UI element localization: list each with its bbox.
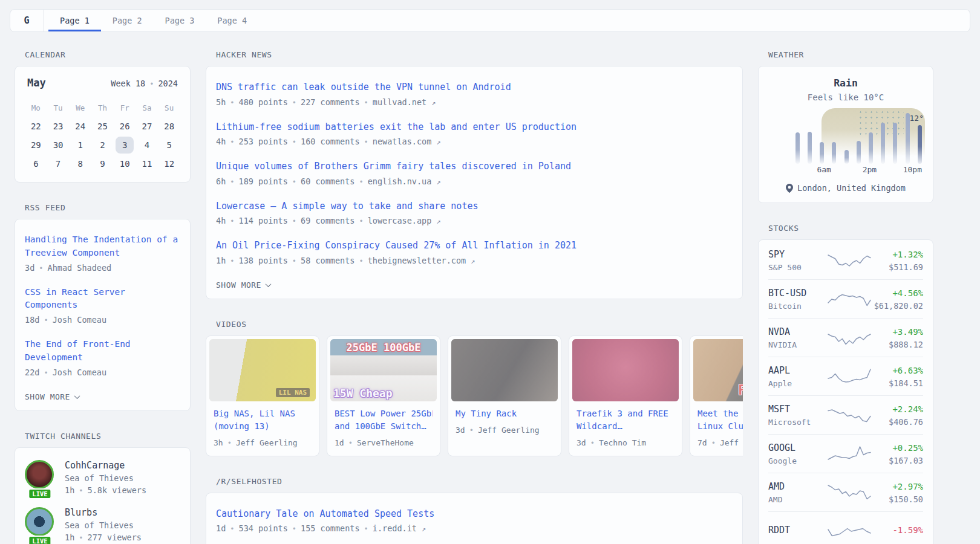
hn-item-title[interactable]: Lithium-free sodium batteries exit the l… [216, 120, 733, 134]
source-domain: lowercase.app [368, 216, 432, 225]
item-age: 3d [25, 263, 34, 273]
hn-item-title[interactable]: An Oil Price-Fixing Conspiracy Caused 27… [216, 239, 733, 253]
weather-bar [832, 142, 836, 164]
tab-page-4[interactable]: Page 4 [206, 10, 258, 31]
app-logo[interactable]: G [10, 10, 44, 31]
stock-name: Google [768, 456, 826, 465]
video-thumbnail[interactable]: LIL NAS [209, 339, 316, 401]
channel-name[interactable]: CohhCarnage [65, 460, 146, 471]
stock-change: +4.56% [874, 288, 923, 298]
weather-bar [820, 142, 824, 164]
thumbnail-text: 15W Cheap [333, 387, 393, 400]
dot-separator: • [292, 525, 296, 533]
tab-page-2[interactable]: Page 2 [101, 10, 154, 31]
stock-change: -1.59% [892, 525, 923, 535]
calendar-section-title: CALENDAR [25, 50, 191, 59]
rss-show-more-button[interactable]: SHOW MORE [25, 392, 79, 401]
comments-link[interactable]: 227 comments [301, 97, 360, 107]
video-title[interactable]: Traefik 3 and FREEWildcard… [577, 407, 675, 433]
calendar-day: 1 [71, 137, 90, 154]
comments-link[interactable]: 155 comments [301, 523, 360, 533]
hn-item-title[interactable]: DNS traffic can leak outside the VPN tun… [216, 80, 733, 94]
hn-item-title[interactable]: Unique volumes of Brothers Grimm fairy t… [216, 160, 733, 173]
video-thumbnail[interactable] [572, 339, 679, 401]
twitch-channel-row[interactable]: LIVE CohhCarnage Sea of Thieves 1h•5.8k … [25, 460, 180, 495]
channel-link[interactable]: Jeff Geerling [478, 426, 540, 435]
weather-location: London, United Kingdom [768, 183, 923, 193]
item-points: 480 points [239, 97, 288, 107]
dot-separator: • [79, 487, 83, 495]
source-link[interactable]: i.redd.it ↗ [373, 523, 426, 533]
title-line: BEST Low Power 25GbE [335, 407, 433, 420]
comments-link[interactable]: 60 comments [301, 176, 354, 186]
video-card[interactable]: My Tiny Rack 3d•Jeff Geerling [448, 335, 561, 456]
stock-row[interactable]: NVDANVIDIA +3.49%$888.12 [768, 318, 923, 357]
channel-link[interactable]: Jeff Geerling [236, 438, 298, 447]
video-title[interactable]: BEST Low Power 25GbEand 100GbE Switch… [335, 407, 433, 433]
twitch-channel-row[interactable]: LIVE Blurbs Sea of Thieves 1h•277 viewer… [25, 507, 180, 542]
video-title[interactable]: Meet theLinux Clu [697, 407, 743, 433]
calendar-day: 9 [93, 155, 111, 172]
stock-row[interactable]: SPYS&P 500 +1.32%$511.69 [768, 241, 923, 279]
stock-row[interactable]: RDDT -1.59% [768, 511, 923, 544]
stock-change: +3.49% [889, 327, 923, 337]
dot-separator: • [39, 264, 43, 273]
rss-item-title[interactable]: The End of Front-EndDevelopment [25, 338, 180, 364]
video-thumbnail[interactable]: 25GbE 100GbE15W Cheap [330, 339, 437, 401]
reddit-item-title[interactable]: Cautionary Tale on Automated Speed Tests [216, 507, 733, 521]
title-line: and 100GbE Switch… [335, 420, 433, 433]
weekday-label: We [69, 100, 91, 116]
dot-separator: • [230, 138, 234, 146]
tab-page-3[interactable]: Page 3 [154, 10, 206, 31]
dot-separator: • [292, 178, 296, 186]
stream-uptime: 1h [65, 485, 74, 495]
stock-row[interactable]: GOOGLGoogle +0.25%$167.03 [768, 434, 923, 473]
stock-price: $406.76 [889, 417, 923, 427]
stock-sparkline [826, 481, 872, 505]
item-age: 6h [216, 176, 226, 186]
hour-label: 2pm [863, 165, 877, 174]
comments-link[interactable]: 58 comments [301, 256, 354, 265]
channel-link[interactable]: Techno Tim [599, 438, 646, 447]
video-title[interactable]: Big NAS, Lil NAS(moving 13) [214, 407, 312, 433]
video-card[interactable]: Traefik 3 and FREEWildcard… 3d•Techno Ti… [569, 335, 682, 456]
source-link[interactable]: mullvad.net ↗ [373, 97, 436, 107]
item-points: 534 points [239, 523, 288, 533]
comments-link[interactable]: 160 comments [301, 137, 360, 146]
channel-name[interactable]: Blurbs [65, 507, 142, 518]
video-card[interactable]: 25GbE 100GbE15W Cheap BEST Low Power 25G… [327, 335, 440, 456]
video-thumbnail[interactable]: FA [693, 339, 743, 401]
comments-link[interactable]: 69 comments [301, 216, 354, 225]
weekday-label: Su [158, 100, 180, 116]
rss-item-meta: 3d•Ahmad Shadeed [25, 263, 180, 273]
stock-row[interactable]: AMDAMD +2.97%$150.50 [768, 473, 923, 511]
stock-name: AMD [768, 495, 826, 504]
stock-row[interactable]: MSFTMicrosoft +2.24%$406.76 [768, 395, 923, 434]
video-title[interactable]: My Tiny Rack [456, 407, 554, 420]
stock-row[interactable]: AAPLApple +6.63%$184.51 [768, 357, 923, 395]
item-author: Ahmad Shadeed [48, 263, 112, 273]
source-link[interactable]: newatlas.com ↗ [373, 137, 441, 146]
stocks-widget: STOCKS SPYS&P 500 +1.32%$511.69 BTC-USDB… [758, 224, 933, 544]
hn-item-title[interactable]: Lowercase – A simple way to take and sha… [216, 199, 733, 213]
source-link[interactable]: lowercase.app ↗ [368, 216, 441, 225]
channel-link[interactable]: Jeff Geerling [720, 438, 743, 447]
rss-item-title[interactable]: Handling The Indentation of aTreeview Co… [25, 233, 180, 260]
external-link-icon: ↗ [422, 525, 426, 533]
source-link[interactable]: english.nv.ua ↗ [368, 176, 441, 186]
source-link[interactable]: thebignewsletter.com ↗ [368, 256, 475, 265]
source-domain: newatlas.com [373, 137, 432, 146]
show-more-label: SHOW MORE [25, 392, 70, 401]
video-thumbnail[interactable] [451, 339, 558, 401]
hn-show-more-button[interactable]: SHOW MORE [216, 280, 270, 290]
external-link-icon: ↗ [436, 217, 440, 225]
hn-item: Lithium-free sodium batteries exit the l… [216, 120, 733, 147]
rss-item-title[interactable]: CSS in React Server Components [25, 286, 180, 312]
video-card[interactable]: FA Meet theLinux Clu 7d•Jeff Geerling [690, 335, 743, 456]
hn-item-meta: 5h•480 points•227 comments•mullvad.net ↗ [216, 97, 733, 107]
video-card[interactable]: LIL NAS Big NAS, Lil NAS(moving 13) 3h•J… [206, 335, 319, 456]
external-link-icon: ↗ [436, 178, 440, 186]
stock-row[interactable]: BTC-USDBitcoin +4.56%$61,820.02 [768, 279, 923, 318]
tab-page-1[interactable]: Page 1 [48, 10, 101, 31]
channel-link[interactable]: ServeTheHome [357, 438, 414, 447]
